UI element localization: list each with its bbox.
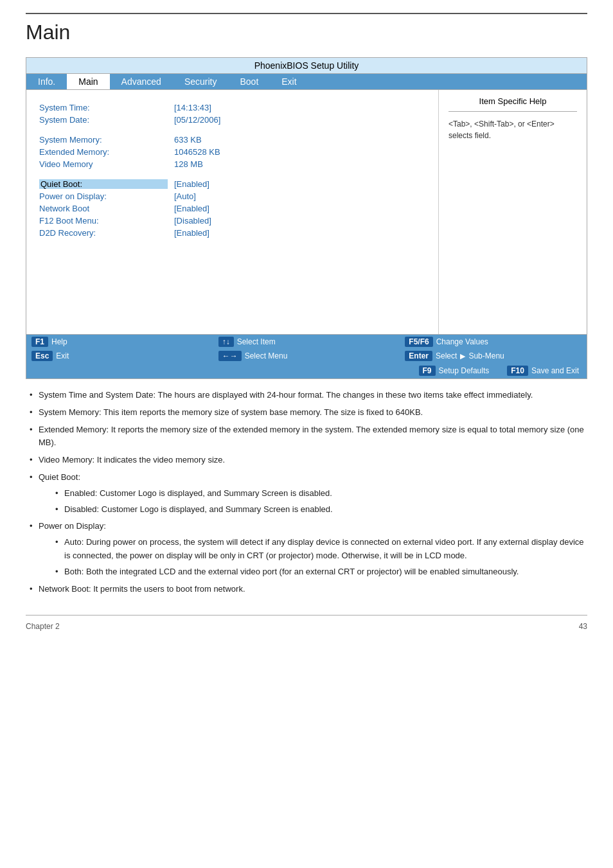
video-memory-row: Video Memory 128 MB <box>39 159 425 169</box>
f10-desc: Save and Exit <box>531 366 579 375</box>
esc-key: Esc <box>31 351 53 361</box>
enter-key: Enter <box>405 351 432 361</box>
f1-desc: Help <box>51 337 67 346</box>
bios-navigation: Info. Main Advanced Security Boot Exit <box>26 74 587 90</box>
f10-key: F10 <box>507 366 528 376</box>
power-on-display-row: Power on Display: [Auto] <box>39 191 425 201</box>
system-time-label: System Time: <box>39 103 168 112</box>
top-border <box>26 13 587 14</box>
enter-select-desc: Select <box>436 351 457 360</box>
system-date-label: System Date: <box>39 115 168 125</box>
quiet-boot-row: Quiet Boot: [Enabled] <box>39 179 425 189</box>
statusbar-esc: Esc Exit <box>26 349 213 363</box>
power-on-both: Both: Both the integrated LCD and the ex… <box>39 565 587 579</box>
system-memory-value: 633 KB <box>174 135 202 145</box>
f12-boot-menu-row: F12 Boot Menu: [Disabled] <box>39 216 425 226</box>
statusbar-enter: Enter Select ▶ Sub-Menu <box>400 349 587 363</box>
statusbar-f5f6: F5/F6 Change Values <box>400 335 587 349</box>
submenu-arrow-icon: ▶ <box>460 352 465 360</box>
power-on-display-value[interactable]: [Auto] <box>174 191 196 201</box>
bios-statusbar: F1 Help ↑↓ Select Item F5/F6 Change Valu… <box>26 334 587 363</box>
network-boot-value[interactable]: [Enabled] <box>174 204 209 213</box>
nav-item-info[interactable]: Info. <box>26 74 67 89</box>
f5f6-key: F5/F6 <box>405 337 432 347</box>
bios-setup-utility: PhoenixBIOS Setup Utility Info. Main Adv… <box>26 57 587 379</box>
statusbar-f1: F1 Help <box>26 335 213 349</box>
power-on-auto: Auto: During power on process, the syste… <box>39 536 587 563</box>
leftright-key: ←→ <box>218 351 242 361</box>
note-quiet-boot: Quiet Boot: Enabled: Customer Logo is di… <box>26 471 587 516</box>
notes-list: System Time and System Date: The hours a… <box>26 389 587 596</box>
network-boot-row: Network Boot [Enabled] <box>39 204 425 213</box>
help-title: Item Specific Help <box>449 96 577 112</box>
nav-item-boot[interactable]: Boot <box>228 74 270 89</box>
extended-memory-label: Extended Memory: <box>39 147 168 157</box>
esc-desc: Exit <box>56 351 69 360</box>
quiet-boot-enabled: Enabled: Customer Logo is displayed, and… <box>39 487 587 500</box>
system-memory-row: System Memory: 633 KB <box>39 135 425 145</box>
chapter-label: Chapter 2 <box>26 622 60 631</box>
d2d-recovery-value[interactable]: [Enabled] <box>174 228 209 238</box>
note-extended-memory: Extended Memory: It reports the memory s… <box>26 423 587 450</box>
video-memory-label: Video Memory <box>39 159 168 169</box>
statusbar-f9: F9 Setup Defaults <box>416 364 492 377</box>
statusbar-leftright: ←→ Select Menu <box>213 349 400 363</box>
page-title: Main <box>26 21 587 44</box>
system-time-value[interactable]: [14:13:43] <box>174 103 211 112</box>
system-date-value[interactable]: [05/12/2006] <box>174 115 220 125</box>
notes-section: System Time and System Date: The hours a… <box>26 389 587 596</box>
nav-item-security[interactable]: Security <box>173 74 229 89</box>
note-power-on-display: Power on Display: Auto: During power on … <box>26 520 587 578</box>
f9-desc: Setup Defaults <box>439 366 490 375</box>
f12-boot-menu-label: F12 Boot Menu: <box>39 216 168 226</box>
extended-memory-value: 1046528 KB <box>174 147 220 157</box>
f12-boot-menu-value[interactable]: [Disabled] <box>174 216 211 226</box>
video-memory-value: 128 MB <box>174 159 203 169</box>
quiet-boot-value[interactable]: [Enabled] <box>174 179 209 189</box>
power-on-display-sub-list: Auto: During power on process, the syste… <box>39 536 587 578</box>
nav-item-main[interactable]: Main <box>67 74 109 89</box>
page-number: 43 <box>579 622 587 631</box>
quiet-boot-label[interactable]: Quiet Boot: <box>39 179 168 189</box>
note-system-time: System Time and System Date: The hours a… <box>26 389 587 402</box>
quiet-boot-disabled: Disabled: Customer Logo is displayed, an… <box>39 503 587 517</box>
f9-key: F9 <box>419 366 436 376</box>
system-date-row: System Date: [05/12/2006] <box>39 115 425 125</box>
f5f6-desc: Change Values <box>436 337 488 346</box>
nav-item-exit[interactable]: Exit <box>270 74 308 89</box>
leftright-desc: Select Menu <box>245 351 288 360</box>
updown-key: ↑↓ <box>218 337 234 347</box>
help-text: <Tab>, <Shift-Tab>, or <Enter> selects f… <box>449 118 577 141</box>
bios-statusbar-row2: F9 Setup Defaults F10 Save and Exit <box>26 363 587 378</box>
submenu-desc: Sub-Menu <box>468 351 504 360</box>
statusbar-updown: ↑↓ Select Item <box>213 335 400 349</box>
d2d-recovery-row: D2D Recovery: [Enabled] <box>39 228 425 238</box>
note-system-memory: System Memory: This item reports the mem… <box>26 406 587 420</box>
f1-key: F1 <box>31 337 48 347</box>
note-video-memory: Video Memory: It indicates the video mem… <box>26 454 587 467</box>
page-footer: Chapter 2 43 <box>26 615 587 631</box>
bios-help-panel: Item Specific Help <Tab>, <Shift-Tab>, o… <box>439 90 587 334</box>
power-on-display-label: Power on Display: <box>39 191 168 201</box>
system-memory-label: System Memory: <box>39 135 168 145</box>
quiet-boot-sub-list: Enabled: Customer Logo is displayed, and… <box>39 487 587 517</box>
nav-item-advanced[interactable]: Advanced <box>110 74 173 89</box>
system-time-row: System Time: [14:13:43] <box>39 103 425 112</box>
statusbar-f10: F10 Save and Exit <box>504 364 582 377</box>
d2d-recovery-label: D2D Recovery: <box>39 228 168 238</box>
extended-memory-row: Extended Memory: 1046528 KB <box>39 147 425 157</box>
bios-fields-panel: System Time: [14:13:43] System Date: [05… <box>26 90 439 334</box>
bios-title: PhoenixBIOS Setup Utility <box>26 58 587 74</box>
updown-desc: Select Item <box>237 337 276 346</box>
bios-content-area: System Time: [14:13:43] System Date: [05… <box>26 90 587 334</box>
network-boot-label: Network Boot <box>39 204 168 213</box>
note-network-boot: Network Boot: It permits the users to bo… <box>26 583 587 596</box>
